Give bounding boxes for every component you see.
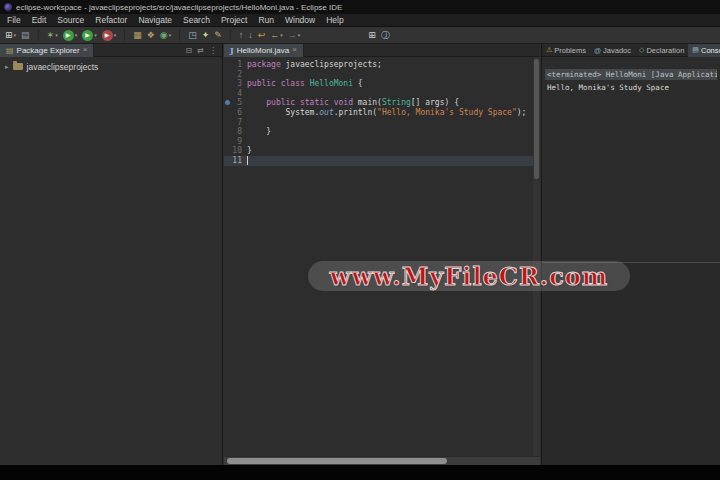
console-header: <terminated> HelloMoni [Java Application… [545,69,717,80]
line-number: 7 [231,118,247,128]
line-number: 11 [231,156,247,166]
tab-label: Package Explorer [17,46,80,55]
console-view[interactable]: <terminated> HelloMoni [Java Application… [542,57,720,263]
project-name: javaeclipseprojects [27,62,99,72]
tab-declaration[interactable]: ◇Declaration [635,44,688,57]
dropdown-caret-icon[interactable]: ▾ [298,32,301,38]
java-perspective-icon[interactable]: Ⓙ [381,30,390,41]
line-number: 8 [231,127,247,137]
dropdown-caret-icon[interactable]: ▾ [75,32,78,38]
forward-icon[interactable]: →▾ [288,30,301,41]
scrollbar-thumb[interactable] [227,458,447,464]
close-icon[interactable]: × [292,46,297,54]
link-editor-icon[interactable]: ⇄ [197,46,204,55]
package-explorer-panel: ▤ Package Explorer × ⊟ ⇄ ⋮ ▸ javaeclipse… [0,44,223,465]
code-line-3[interactable]: 3public class HelloMoni { [224,79,540,89]
external-tools-icon[interactable]: ▶▾ [102,30,117,41]
code-line-5[interactable]: 5 public static void main(String[] args)… [224,98,540,108]
tab-problems[interactable]: ⚠Problems [542,44,590,57]
scrollbar-thumb[interactable] [534,59,539,179]
close-icon[interactable]: × [83,46,88,54]
tab-hellomoni-java[interactable]: J HelloMoni.java × [224,44,304,57]
toolbar-separator [230,29,231,41]
menu-item-project[interactable]: Project [221,15,247,25]
view-menu-icon[interactable]: ⋮ [209,46,217,55]
external-tools-icon: ▶ [102,30,113,41]
declaration-icon: ◇ [639,46,644,54]
dropdown-caret-icon[interactable]: ▾ [114,32,117,38]
code-text: public class HelloMoni { [247,79,363,89]
code-line-1[interactable]: 1package javaeclipseprojects; [224,60,540,70]
menu-item-run[interactable]: Run [258,15,274,25]
code-text [247,156,248,166]
menubar: FileEditSourceRefactorNavigateSearchProj… [0,14,720,27]
line-number: 9 [231,137,247,147]
menu-item-navigate[interactable]: Navigate [138,15,172,25]
dropdown-caret-icon[interactable]: ▾ [280,32,283,38]
new-wizard-icon[interactable]: ⊞▾ [5,30,16,41]
editor-vertical-scrollbar[interactable] [533,57,540,456]
code-line-10[interactable]: 10} [224,146,540,156]
coverage-icon: ▶ [82,30,93,41]
code-lines[interactable]: 1package javaeclipseprojects;23public cl… [224,57,540,456]
menu-item-source[interactable]: Source [57,15,84,25]
dropdown-caret-icon[interactable]: ▾ [94,32,97,38]
new-class-icon[interactable]: ◉▾ [160,30,171,41]
debug-icon[interactable]: ✶▾ [47,30,58,41]
prev-annotation-icon[interactable]: ↑ [239,30,244,41]
right-panel-tabs: ⚠Problems@Javadoc◇Declaration▤Console–▢ [542,44,720,57]
collapse-all-icon[interactable]: ⊟ [186,46,193,55]
menu-item-search[interactable]: Search [183,15,210,25]
last-edit-location-icon: ↩ [258,30,266,41]
code-line-4[interactable]: 4 [224,89,540,99]
view-toolbar: ⊟ ⇄ ⋮ [186,46,222,55]
code-text: System.out.println("Hello, Monika's Stud… [247,108,526,118]
new-java-project-icon[interactable]: ▦ [133,30,142,41]
code-line-8[interactable]: 8 } [224,127,540,137]
dropdown-caret-icon[interactable]: ▾ [14,32,17,38]
code-line-9[interactable]: 9 [224,137,540,147]
mark-occurrences-icon: ✎ [214,30,222,41]
dropdown-caret-icon[interactable]: ▾ [169,32,172,38]
new-package-icon[interactable]: ❖ [147,30,155,41]
menu-item-refactor[interactable]: Refactor [95,15,127,25]
editor-horizontal-scrollbar[interactable] [224,456,540,465]
expand-chevron-icon[interactable]: ▸ [5,63,9,71]
console-panel: ⚠Problems@Javadoc◇Declaration▤Console–▢ … [541,44,720,465]
run-icon[interactable]: ▶▾ [63,30,78,41]
last-edit-location-icon[interactable]: ↩ [258,30,266,41]
tab-label: Javadoc [603,46,631,55]
code-line-2[interactable]: 2 [224,70,540,80]
code-line-11[interactable]: 11 [224,156,540,166]
menu-item-edit[interactable]: Edit [32,15,47,25]
open-perspective-icon[interactable]: ⊞ [368,30,376,41]
mark-occurrences-icon[interactable]: ✎ [214,30,222,41]
tab-package-explorer[interactable]: ▤ Package Explorer × [0,44,94,57]
line-number: 4 [231,89,247,99]
menu-item-file[interactable]: File [7,15,21,25]
dropdown-caret-icon[interactable]: ▾ [55,32,58,38]
run-icon: ▶ [63,30,74,41]
javadoc-icon: @ [594,47,601,54]
open-type-icon: ◳ [188,30,197,41]
line-number: 2 [231,70,247,80]
text-cursor [247,156,248,165]
code-line-6[interactable]: 6 System.out.println("Hello, Monika's St… [224,108,540,118]
open-type-icon[interactable]: ◳ [188,30,197,41]
menu-item-window[interactable]: Window [285,15,315,25]
editor-tabstrip: J HelloMoni.java × [224,44,540,57]
save-icon[interactable]: ▤ [21,30,30,41]
code-line-7[interactable]: 7 [224,118,540,128]
toolbar-separator [179,29,180,41]
search-icon[interactable]: ✦ [202,30,210,41]
java-file-icon: J [230,45,234,55]
tree-item-project[interactable]: ▸ javaeclipseprojects [5,61,217,72]
coverage-icon[interactable]: ▶▾ [82,30,97,41]
tab-label: Problems [554,46,586,55]
tab-javadoc[interactable]: @Javadoc [590,44,635,57]
next-annotation-icon[interactable]: ↓ [248,30,253,41]
menu-item-help[interactable]: Help [326,15,343,25]
eclipse-logo-icon [4,3,12,11]
tab-console[interactable]: ▤Console [688,44,720,57]
back-icon[interactable]: ←▾ [270,30,283,41]
